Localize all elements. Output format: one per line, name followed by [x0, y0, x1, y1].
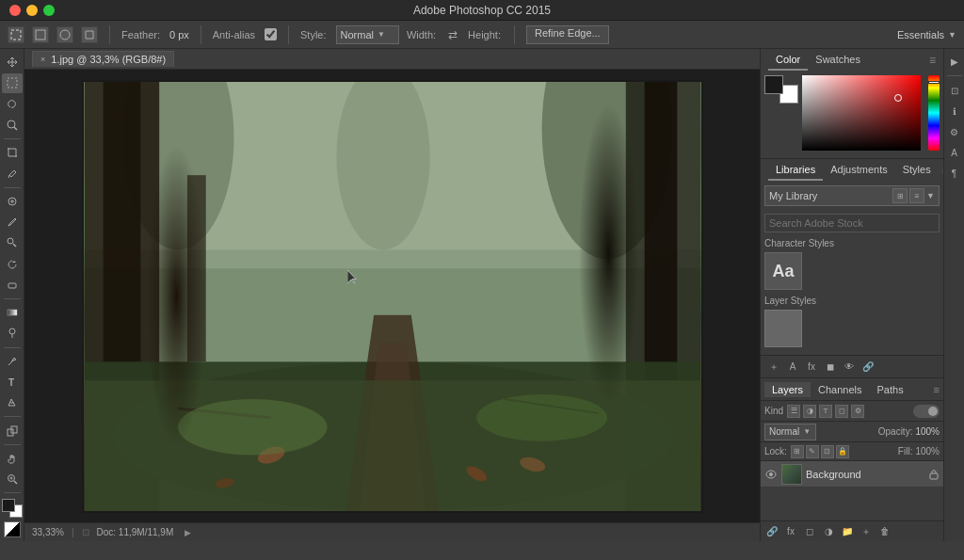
swap-wh-icon[interactable]: ⇄ [445, 27, 460, 42]
lasso-tool[interactable] [2, 95, 23, 114]
layer-name-background: Background [806, 469, 924, 480]
add-group-icon[interactable]: 📁 [840, 524, 855, 539]
adobe-stock-search[interactable] [764, 214, 940, 232]
blend-mode-dropdown[interactable]: Normal ▼ [764, 424, 816, 440]
add-style-icon[interactable]: fx [783, 524, 798, 539]
tab-color[interactable]: Color [768, 50, 808, 71]
layer-row-background[interactable]: Background [761, 461, 943, 488]
history-brush-tool[interactable] [2, 255, 23, 274]
lock-pixels-icon[interactable]: ⊞ [791, 445, 804, 458]
fg-bg-color-widget[interactable] [2, 499, 23, 518]
color-panel-menu-icon[interactable]: ≡ [929, 54, 936, 67]
tab-swatches[interactable]: Swatches [808, 50, 868, 71]
link2-icon[interactable]: 🔗 [860, 360, 876, 375]
filter-adjustment-icon[interactable]: ◑ [803, 405, 816, 418]
tab-libraries[interactable]: Libraries [768, 160, 823, 181]
feather-value[interactable]: 0 px [169, 29, 189, 40]
hue-slider-handle[interactable] [928, 81, 940, 84]
quick-select-tool[interactable] [2, 116, 23, 135]
minimize-button[interactable] [26, 5, 38, 16]
filter-shape-icon[interactable]: ◻ [835, 405, 848, 418]
maximize-button[interactable] [43, 5, 55, 16]
canvas-tab-close-icon[interactable]: × [40, 55, 45, 64]
filter-toggle[interactable] [913, 405, 940, 418]
crop-tool[interactable] [2, 143, 23, 162]
dodge-tool[interactable] [2, 324, 23, 343]
quick-mask-button[interactable] [4, 521, 21, 537]
color-picker-handle[interactable] [894, 94, 902, 102]
side-expand-icon[interactable]: ▶ [946, 53, 963, 70]
clone-tool[interactable] [2, 233, 23, 252]
fg-bg-color-swatches[interactable] [764, 75, 798, 104]
fx-icon[interactable]: fx [804, 360, 819, 375]
healing-tool[interactable] [2, 192, 23, 211]
file-info-icon[interactable]: ⊡ [82, 527, 89, 537]
text-icon[interactable]: A [785, 360, 800, 375]
rect-option-icon[interactable] [32, 26, 49, 43]
lock-all-icon[interactable]: 🔒 [836, 445, 849, 458]
fill-value[interactable]: 100% [915, 446, 940, 456]
side-tool-preset-icon[interactable]: ⚙ [946, 123, 963, 140]
shape-tool[interactable] [2, 421, 23, 440]
path-select-tool[interactable] [2, 393, 23, 412]
close-button[interactable] [9, 5, 21, 16]
anti-alias-label: Anti-alias [213, 29, 255, 40]
color-picker-gradient[interactable] [802, 75, 921, 151]
delete-layer-icon[interactable]: 🗑 [877, 524, 892, 539]
tab-styles[interactable]: Styles [895, 160, 939, 181]
filter-type-icon[interactable]: T [819, 405, 832, 418]
add-adjustment-icon[interactable]: ◑ [821, 524, 836, 539]
tab-paths[interactable]: Paths [870, 382, 911, 397]
lock-position-icon[interactable]: ✎ [806, 445, 819, 458]
layer-styles-preview[interactable] [764, 310, 802, 347]
pen-tool[interactable] [2, 352, 23, 371]
library-list-icon[interactable]: ≡ [909, 188, 924, 203]
zoom-tool[interactable] [2, 470, 23, 488]
foreground-color-swatch[interactable] [764, 75, 783, 94]
library-grid-icon[interactable]: ⊞ [892, 188, 908, 203]
style-dropdown[interactable]: Normal ▼ [336, 25, 399, 44]
tab-channels[interactable]: Channels [811, 382, 869, 397]
lasso-option-icon[interactable] [81, 26, 98, 43]
canvas-tab-item[interactable]: × 1.jpg @ 33,3% (RGB/8#) [32, 51, 174, 67]
side-para-icon[interactable]: ¶ [946, 165, 963, 182]
brush-tool[interactable] [2, 213, 23, 232]
anti-alias-checkbox[interactable] [265, 28, 277, 40]
lock-artboard-icon[interactable]: ⊡ [821, 445, 834, 458]
height-label: Height: [468, 29, 501, 40]
layers-panel-menu-icon[interactable]: ≡ [934, 384, 940, 395]
layer-visibility-icon[interactable] [764, 468, 778, 481]
hue-slider[interactable] [928, 75, 940, 151]
ellipse-option-icon[interactable] [56, 26, 73, 43]
filter-smart-icon[interactable]: ⚙ [851, 405, 864, 418]
side-char-icon[interactable]: A [946, 144, 963, 161]
add-icon[interactable]: ＋ [766, 360, 781, 375]
char-styles-preview[interactable]: Aa [764, 252, 802, 290]
gradient-tool[interactable] [2, 303, 23, 322]
add-mask-icon[interactable]: ◻ [802, 524, 817, 539]
marquee-tool[interactable] [2, 73, 23, 92]
eyedropper-tool[interactable] [2, 164, 23, 183]
side-info-icon[interactable]: ℹ [946, 103, 963, 120]
visibility2-icon[interactable]: 👁 [842, 360, 857, 375]
hand-tool[interactable] [2, 449, 23, 468]
svg-rect-18 [84, 82, 699, 249]
svg-point-20 [541, 82, 672, 259]
move-tool[interactable] [2, 53, 23, 72]
tab-adjustments[interactable]: Adjustments [823, 160, 895, 181]
eraser-tool[interactable] [2, 276, 23, 295]
text-tool[interactable]: T [2, 373, 23, 392]
essentials-chevron-icon[interactable]: ▼ [948, 30, 956, 40]
marquee-tool-icon[interactable] [8, 26, 24, 43]
side-history-icon[interactable]: ⊡ [946, 82, 963, 99]
statusbar-arrow-icon[interactable]: ▶ [185, 528, 191, 537]
tab-layers[interactable]: Layers [764, 382, 811, 397]
link-layers-icon[interactable]: 🔗 [764, 524, 779, 539]
library-dropdown[interactable]: My Library ⊞ ≡ ▼ [764, 185, 940, 206]
effect-icon[interactable]: ◼ [823, 360, 838, 375]
new-layer-icon[interactable]: ＋ [859, 524, 874, 539]
refine-edge-button[interactable]: Refine Edge... [526, 25, 609, 44]
filter-pixel-icon[interactable]: ☰ [787, 405, 800, 418]
color-gradient-field[interactable] [802, 75, 921, 151]
opacity-value[interactable]: 100% [915, 426, 940, 437]
